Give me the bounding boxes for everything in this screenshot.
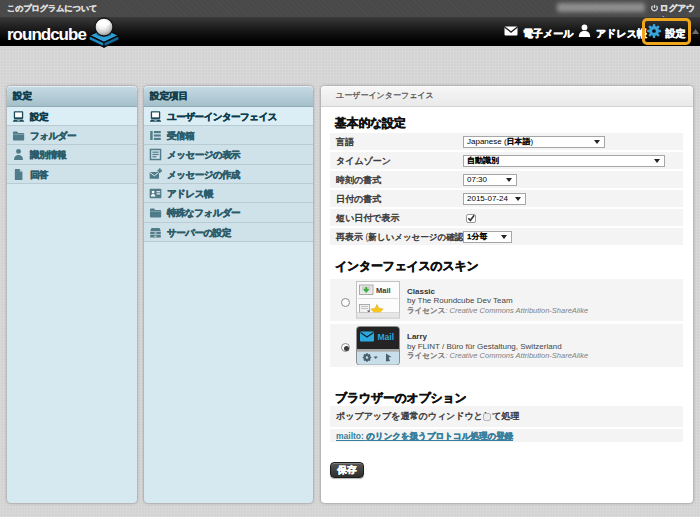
svg-text:Mail: Mail: [376, 286, 391, 295]
svg-text:Mail: Mail: [378, 332, 395, 342]
